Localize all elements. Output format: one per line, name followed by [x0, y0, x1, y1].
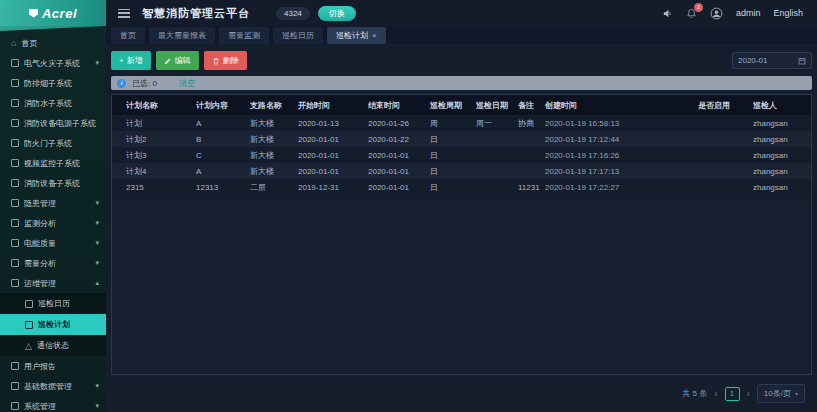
- table-row[interactable]: 计划3 C 新大楼 2020-01-01 2020-01-01 日 2020-0…: [112, 147, 811, 163]
- chevron-down-icon: ▾: [95, 402, 99, 410]
- table-row[interactable]: 计划4 A 新大楼 2020-01-01 2020-01-01 日 2020-0…: [112, 163, 811, 179]
- sidebar-item-label: 监测分析: [24, 218, 56, 229]
- delete-icon: [212, 57, 220, 65]
- sidebar-item-demand-analysis[interactable]: 需量分析 ▾: [0, 253, 106, 273]
- cell-start: 2020-01-13: [298, 119, 368, 128]
- sidebar-item-power-quality[interactable]: 电能质量 ▾: [0, 233, 106, 253]
- tab-inspection-plan[interactable]: 巡检计划 ×: [327, 27, 386, 44]
- cell-created: 2020-01-19 17:22:27: [545, 183, 698, 192]
- collapse-menu-icon[interactable]: [118, 9, 130, 18]
- cell-inspector: zhangsan: [753, 167, 811, 176]
- sidebar-item-smoke-vent[interactable]: 防排烟子系统: [0, 73, 106, 93]
- cell-plan-name: 计划3: [126, 150, 196, 161]
- cell-start: 2020-01-01: [298, 135, 368, 144]
- base-data-icon: [11, 382, 19, 390]
- sidebar-item-equipment-power[interactable]: 消防设备电源子系统: [0, 113, 106, 133]
- chevron-up-icon: ▴: [95, 279, 99, 287]
- sidebar-item-ops-management[interactable]: 运维管理 ▴: [0, 273, 106, 293]
- edit-button-label: 编辑: [175, 55, 191, 66]
- prev-page-icon[interactable]: ‹: [714, 390, 717, 398]
- sidebar-item-video-monitor[interactable]: 视频监控子系统: [0, 153, 106, 173]
- tab-label: 巡检日历: [282, 30, 314, 41]
- cell-plan-name: 计划: [126, 118, 196, 129]
- sidebar-item-label: 电气火灾子系统: [24, 58, 80, 69]
- close-icon[interactable]: ×: [372, 31, 377, 40]
- cell-created: 2020-01-19 17:12:44: [545, 135, 698, 144]
- volume-icon[interactable]: [662, 8, 673, 19]
- cell-cycle: 周: [430, 118, 476, 129]
- tab-inspection-calendar[interactable]: 巡检日历: [273, 27, 323, 44]
- tab-label: 首页: [120, 30, 136, 41]
- cell-inspector: zhangsan: [753, 119, 811, 128]
- avatar[interactable]: [710, 7, 723, 20]
- page-number[interactable]: 1: [725, 387, 740, 401]
- column-header-start-time: 开始时间: [298, 100, 368, 111]
- sidebar-item-label: 巡检日历: [38, 298, 70, 309]
- tab-label: 需量监测: [228, 30, 260, 41]
- column-header-end-time: 结束时间: [368, 100, 430, 111]
- sidebar-item-fire-water[interactable]: 消防水子系统: [0, 93, 106, 113]
- clear-selection-link[interactable]: 清空: [179, 78, 195, 89]
- month-picker[interactable]: 2020-01: [732, 52, 812, 69]
- edit-button[interactable]: 编辑: [156, 51, 199, 70]
- column-header-enabled: 是否启用: [698, 100, 753, 111]
- sidebar-item-electrical-fire[interactable]: 电气火灾子系统 ▾: [0, 53, 106, 73]
- alarm-count-badge[interactable]: 4324: [276, 7, 310, 20]
- cell-inspector: zhangsan: [753, 151, 811, 160]
- table-row[interactable]: 计划2 B 新大楼 2020-01-01 2020-01-22 日 2020-0…: [112, 131, 811, 147]
- video-monitor-icon: [11, 159, 19, 167]
- username[interactable]: admin: [736, 8, 761, 18]
- chevron-down-icon: ▾: [95, 219, 99, 227]
- sidebar-item-hazard-management[interactable]: 隐患管理 ▾: [0, 193, 106, 213]
- sidebar-item-label: 需量分析: [24, 258, 56, 269]
- cell-end: 2020-01-22: [368, 135, 430, 144]
- tab-home[interactable]: 首页: [111, 27, 145, 44]
- column-header-inspector: 巡检人: [753, 100, 811, 111]
- brand-name: Acrel: [42, 6, 77, 21]
- sidebar-item-label: 通信状态: [37, 340, 69, 351]
- page-title: 智慧消防管理云平台: [142, 6, 250, 21]
- pagination: 共 5 条 ‹ 1 › 10条/页 ▾: [106, 375, 817, 412]
- acrel-logo-icon: [29, 9, 38, 18]
- sidebar-item-comm-status[interactable]: △ 通信状态: [0, 335, 106, 356]
- sidebar: ⌂ 首页 电气火灾子系统 ▾ 防排烟子系统 消防水子系统 消防设备电源子系统 防…: [0, 26, 106, 412]
- tab-label: 巡检计划: [336, 30, 368, 41]
- sidebar-item-monitor-analysis[interactable]: 监测分析 ▾: [0, 213, 106, 233]
- language-switch[interactable]: English: [773, 8, 803, 18]
- toolbar: + 新增 编辑 删除 2020-01: [106, 44, 817, 76]
- column-header-cycle: 巡检周期: [430, 100, 476, 111]
- sidebar-item-base-data[interactable]: 基础数据管理 ▾: [0, 376, 106, 396]
- ops-management-icon: [11, 279, 19, 287]
- sidebar-item-inspection-calendar[interactable]: 巡检日历: [0, 293, 106, 314]
- sidebar-item-label: 系统管理: [24, 401, 56, 412]
- cell-cycle: 日: [430, 134, 476, 145]
- add-button[interactable]: + 新增: [111, 51, 151, 70]
- sidebar-item-user-report[interactable]: 用户报告: [0, 356, 106, 376]
- sidebar-item-inspection-plan[interactable]: 巡检计划: [0, 314, 106, 335]
- switch-button[interactable]: 切换: [318, 6, 356, 21]
- delete-button[interactable]: 删除: [204, 51, 247, 70]
- page-size-select[interactable]: 10条/页 ▾: [757, 384, 805, 403]
- electrical-fire-icon: [11, 59, 19, 67]
- monitor-analysis-icon: [11, 219, 19, 227]
- tab-label: 最大需量报表: [158, 30, 206, 41]
- tab-demand-monitor[interactable]: 需量监测: [219, 27, 269, 44]
- sidebar-item-system-management[interactable]: 系统管理 ▾: [0, 396, 106, 412]
- sidebar-item-label: 隐患管理: [24, 198, 56, 209]
- sidebar-item-fire-equipment[interactable]: 消防设备子系统: [0, 173, 106, 193]
- system-settings-icon: [11, 402, 19, 410]
- edit-icon: [164, 57, 172, 65]
- tab-max-demand-report[interactable]: 最大需量报表: [149, 27, 215, 44]
- sidebar-item-home[interactable]: ⌂ 首页: [0, 33, 106, 53]
- fire-water-icon: [11, 99, 19, 107]
- table-row[interactable]: 2315 12313 二层 2019-12-31 2020-01-01 日 11…: [112, 179, 811, 195]
- next-page-icon[interactable]: ›: [747, 390, 750, 398]
- sidebar-item-label: 电能质量: [24, 238, 56, 249]
- table-row[interactable]: 计划 A 新大楼 2020-01-13 2020-01-26 周 周一 协商 2…: [112, 115, 811, 131]
- cell-cycle: 日: [430, 150, 476, 161]
- column-header-remark: 备注: [518, 100, 545, 111]
- cell-inspector: zhangsan: [753, 183, 811, 192]
- chevron-down-icon: ▾: [95, 199, 99, 207]
- sidebar-item-fire-door[interactable]: 防火门子系统: [0, 133, 106, 153]
- notifications-bell-icon[interactable]: 2: [686, 8, 697, 19]
